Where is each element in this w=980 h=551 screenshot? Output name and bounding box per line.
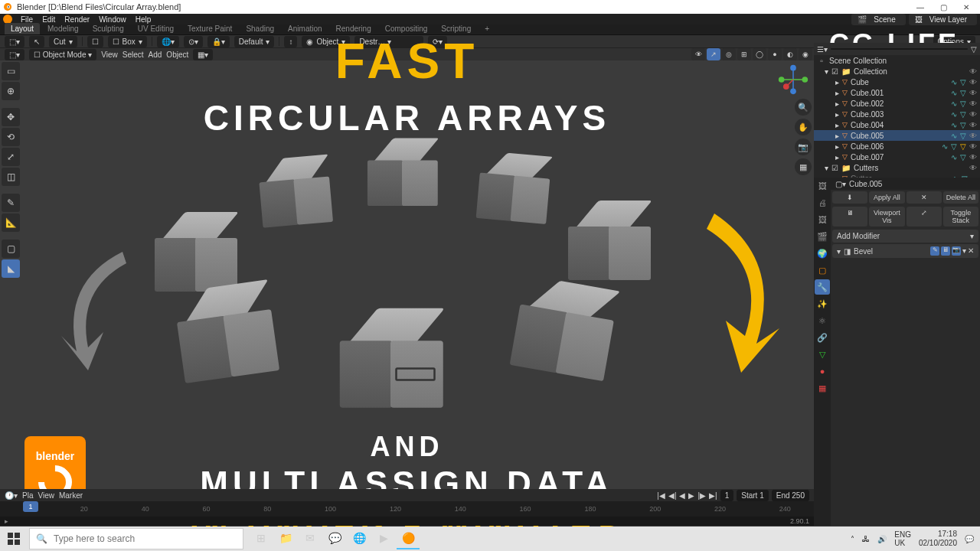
cutters-row[interactable]: ▾☑📁Cutters👁 [814, 162, 980, 173]
mode-dropdown[interactable]: ☐ Object Mode ▾ [29, 49, 96, 60]
messenger-icon[interactable]: 💬 [323, 528, 346, 549]
ptab-output-icon[interactable]: 🖨 [815, 195, 830, 210]
chrome-icon[interactable]: 🌐 [348, 528, 371, 549]
start-button[interactable] [0, 527, 28, 551]
ptab-viewlayer-icon[interactable]: 🖼 [815, 212, 830, 227]
network-icon[interactable]: 🖧 [862, 535, 870, 543]
cut-dropdown[interactable]: Cut ▾ [49, 36, 77, 47]
shading-rendered-icon[interactable]: ◉ [799, 48, 812, 60]
outliner-search[interactable] [831, 48, 968, 50]
cursor-tool-icon[interactable]: ⊕ [2, 82, 20, 100]
window-maximize-button[interactable]: ▢ [933, 1, 954, 13]
vp-menu-select[interactable]: Select [122, 51, 144, 59]
editor-icon[interactable]: ⬚▾ [5, 49, 24, 60]
viewlayer-selector[interactable]: 🖼 View Layer [909, 14, 977, 25]
rewind-start-icon[interactable]: |◀ [657, 491, 665, 500]
outliner-item[interactable]: ▸▽Cube.006∿▽▽👁 [814, 141, 980, 152]
breadcrumb-object[interactable]: Cube.005 [849, 180, 882, 188]
timeline-view-menu[interactable]: View [38, 491, 54, 500]
start-frame-field[interactable]: Start 1 [737, 490, 768, 501]
shading-solid-icon[interactable]: ● [768, 48, 782, 60]
window-close-button[interactable]: ✕ [956, 1, 977, 13]
pan-icon[interactable]: ✋ [795, 119, 812, 135]
pivot-dropdown[interactable]: ⊙▾ [184, 36, 203, 47]
menu-help[interactable]: Help [132, 15, 155, 24]
menu-window[interactable]: Window [95, 15, 130, 24]
modifier-bevel-row[interactable]: ▾◨Bevel ✎🖥📷▾✕ [832, 244, 978, 258]
color-sets-icon[interactable]: ▦▾ [193, 49, 213, 60]
explorer-icon[interactable]: 📁 [274, 528, 297, 549]
tray-up-icon[interactable]: ˄ [851, 535, 854, 543]
keyframe-prev-icon[interactable]: ◀| [668, 491, 677, 500]
selectability-icon[interactable]: 👁 [691, 48, 705, 60]
mod-close-icon[interactable]: ✕ [968, 246, 974, 256]
apply-all-button[interactable]: Apply All [869, 191, 904, 204]
move-tool-icon[interactable]: ✥ [2, 108, 20, 126]
mod-edit-icon[interactable]: ✎ [930, 246, 939, 256]
addcube-tool-icon[interactable]: ▢ [2, 240, 20, 258]
transform-icon[interactable]: ↕ [284, 36, 297, 47]
timeline-play-menu[interactable]: Pla [22, 491, 33, 500]
play-icon[interactable]: ▶ [688, 491, 694, 500]
tab-modeling[interactable]: Modeling [41, 23, 85, 34]
add-modifier-dropdown[interactable]: Add Modifier▾ [832, 230, 978, 243]
xray-icon[interactable]: ⊞ [737, 48, 751, 60]
measure-tool-icon[interactable]: 📐 [2, 214, 20, 232]
expand-icon[interactable]: ⤢ [906, 207, 942, 227]
end-frame-field[interactable]: End 250 [772, 490, 809, 501]
vp-menu-view[interactable]: View [101, 51, 118, 59]
ptab-scene-icon[interactable]: 🎬 [815, 229, 830, 244]
playhead[interactable]: 1 [23, 501, 38, 512]
tab-sculpting[interactable]: Sculpting [87, 23, 130, 34]
current-frame-field[interactable]: 1 [720, 490, 734, 501]
gizmo-toggle-icon[interactable]: ↗ [707, 48, 720, 60]
scene-selector[interactable]: 🎬 Scene [851, 14, 905, 25]
editor-type-icon[interactable]: ⬚▾ [5, 36, 24, 47]
delete-x-icon[interactable]: ✕ [906, 191, 942, 204]
outliner-item[interactable]: ▸▽Cube.001∿▽👁 [814, 87, 980, 98]
collection-row[interactable]: ▾☑📁Collection👁 [814, 66, 980, 77]
taskbar-search[interactable]: 🔍Type here to search [29, 528, 243, 549]
zoom-icon[interactable]: 🔍 [795, 99, 812, 116]
play-reverse-icon[interactable]: ◀ [679, 491, 685, 500]
shading-wire-icon[interactable]: ◯ [753, 48, 766, 60]
ptab-constraints-icon[interactable]: 🔗 [815, 330, 830, 345]
tab-animation[interactable]: Animation [282, 23, 328, 34]
tab-add[interactable]: + [479, 23, 495, 34]
window-minimize-button[interactable]: — [910, 1, 931, 13]
menu-file[interactable]: File [17, 15, 37, 24]
ptab-texture-icon[interactable]: ▦ [815, 380, 830, 396]
filter-icon[interactable]: ▽ [971, 45, 977, 54]
camera-icon[interactable]: 📷 [795, 139, 812, 155]
mod-display-icon[interactable]: 🖥 [941, 246, 950, 256]
cursor-tool-icon[interactable]: ↖ [29, 36, 44, 47]
navigation-gizmo[interactable] [776, 62, 811, 97]
outliner-item[interactable]: ▸▽Cube.002∿▽👁 [814, 98, 980, 109]
outliner-item[interactable]: ▸▽Cube.003∿▽👁 [814, 109, 980, 119]
ptab-physics-icon[interactable]: ⚛ [815, 313, 830, 328]
shading-matprev-icon[interactable]: ◐ [783, 48, 797, 60]
blender-taskbar-icon[interactable]: 🟠 [397, 528, 420, 549]
tab-uvediting[interactable]: UV Editing [132, 23, 180, 34]
ptab-render-icon[interactable]: 🖼 [815, 178, 830, 194]
outliner-item[interactable]: ▸▽Cube.004∿▽👁 [814, 119, 980, 130]
toggle-stack-button[interactable]: Toggle Stack [943, 207, 978, 227]
mod-menu-icon[interactable]: ▾ [962, 246, 966, 256]
timeline-editor-icon[interactable]: 🕐▾ [5, 491, 18, 500]
ptab-modifiers-icon[interactable]: 🔧 [815, 279, 830, 295]
timeline-marker-menu[interactable]: Marker [59, 491, 83, 500]
app-icon[interactable]: ▶ [372, 528, 395, 549]
outliner-item[interactable]: ▸▽Cube∿▽👁 [814, 77, 980, 87]
ptab-object-icon[interactable]: ▢ [815, 262, 830, 278]
scale-tool-icon[interactable]: ⤢ [2, 148, 20, 166]
keyframe-next-icon[interactable]: |▶ [697, 491, 706, 500]
lock-icon[interactable]: 🔒▾ [207, 36, 230, 47]
collapse-icon[interactable]: ▸ [5, 517, 8, 525]
ptab-material-icon[interactable]: ● [815, 364, 830, 379]
ptab-mesh-icon[interactable]: ▽ [815, 347, 830, 362]
scene-collection-row[interactable]: ▫Scene Collection [814, 55, 980, 66]
delete-all-button[interactable]: Delete All [943, 191, 978, 204]
notifications-icon[interactable]: 💬 [965, 535, 974, 543]
box-select-dropdown[interactable]: ☐ Box ▾ [108, 36, 147, 47]
persp-icon[interactable]: ▦ [795, 158, 812, 175]
